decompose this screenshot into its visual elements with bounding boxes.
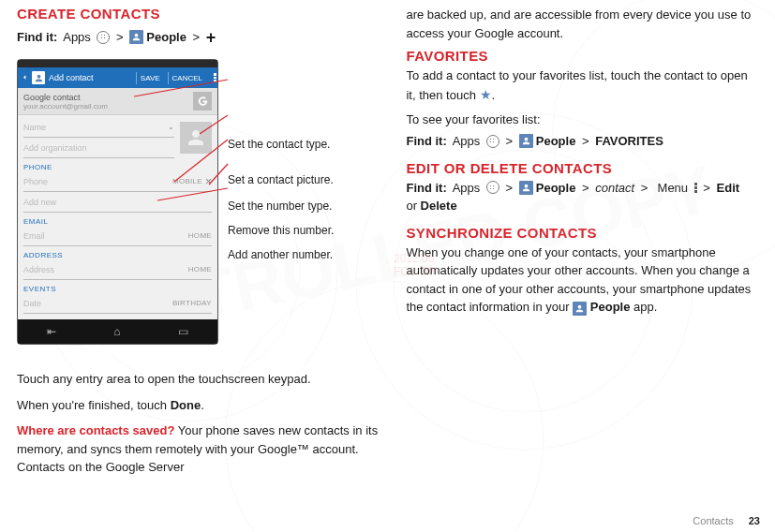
edit-delete-heading: EDIT OR DELETE CONTACTS	[406, 160, 760, 176]
phone-mockup: Add contact SAVE CANCEL Google contact y…	[17, 59, 218, 345]
apps-icon	[486, 135, 499, 148]
email-input[interactable]: EmailHOME	[23, 226, 212, 246]
sync-body: When you change one of your contacts, yo…	[406, 244, 760, 317]
favorites-p1: To add a contact to your favorites list,…	[406, 66, 760, 105]
phone-navbar: ⇤ ⌂ ▭	[18, 319, 217, 344]
favorites-heading: FAVORITES	[406, 48, 760, 64]
address-input[interactable]: AddressHOME	[23, 259, 212, 280]
plus-icon: +	[206, 25, 216, 51]
titlebar-avatar-icon	[32, 71, 45, 84]
nav-home-icon[interactable]: ⌂	[113, 325, 120, 338]
cancel-button[interactable]: CANCEL	[168, 72, 206, 84]
find-it-label: Find it:	[17, 28, 57, 47]
date-input[interactable]: DateBIRTHDAY	[23, 293, 212, 314]
callout-1: Set the contact type.	[228, 138, 330, 151]
address-section-label: ADDRESS	[23, 246, 212, 259]
callout-2: Set a contact picture.	[228, 173, 334, 186]
find-it-edit: Find it: Apps > People > contact > Menu …	[406, 179, 760, 198]
email-type-selector[interactable]: HOME	[188, 231, 212, 240]
contact-type-row[interactable]: Google contact your.account@gmail.com	[18, 88, 217, 115]
phone-statusbar	[18, 60, 217, 67]
date-type-selector[interactable]: BIRTHDAY	[172, 299, 212, 307]
people-icon	[129, 30, 143, 44]
callout-5: Add another number.	[228, 248, 333, 261]
favorites-p2: To see your favorites list:	[406, 111, 760, 129]
nav-back-icon[interactable]: ⇤	[47, 325, 56, 338]
google-g-icon	[193, 92, 212, 111]
overflow-menu-icon[interactable]	[210, 72, 214, 83]
people-label: People	[146, 28, 186, 47]
footer-page-number: 23	[749, 515, 760, 526]
back-icon[interactable]	[22, 73, 28, 82]
email-section-label: EMAIL	[23, 213, 212, 226]
people-icon	[519, 134, 533, 148]
backup-continuation: are backed up, and are accessible from e…	[406, 6, 760, 42]
footer-section: Contacts	[693, 515, 733, 526]
people-icon	[519, 181, 533, 195]
nav-recent-icon[interactable]: ▭	[178, 325, 188, 338]
create-contacts-heading: CREATE CONTACTS	[17, 6, 387, 22]
apps-icon	[486, 181, 499, 194]
apps-icon	[97, 31, 110, 44]
sync-heading: SYNCHRONIZE CONTACTS	[406, 225, 760, 241]
chevron-down-icon[interactable]: ⌄	[168, 123, 174, 131]
callout-4: Remove this number.	[228, 224, 334, 237]
phone-title: Add contact	[49, 73, 132, 82]
contact-type-sub: your.account@gmail.com	[23, 102, 193, 111]
phone-input[interactable]: PhoneMOBILE×	[23, 171, 212, 192]
person-placeholder-icon	[185, 126, 207, 149]
edit-or-delete-end: or Delete	[406, 197, 760, 215]
events-section-label: EVENTS	[23, 280, 212, 293]
addr-type-selector[interactable]: HOME	[188, 265, 212, 273]
phone-titlebar: Add contact SAVE CANCEL	[18, 67, 217, 88]
people-icon	[573, 302, 587, 316]
org-input[interactable]: Add organization	[23, 138, 174, 158]
star-icon: ★	[480, 87, 492, 102]
add-new-phone[interactable]: Add new	[23, 192, 212, 213]
phone-type-selector[interactable]: MOBILE	[172, 177, 202, 185]
body-touch-entry: Touch any entry area to open the touchsc…	[17, 370, 387, 389]
body-done: When you're finished, touch Done.	[17, 396, 387, 415]
callout-3: Set the number type.	[228, 200, 332, 213]
contact-picture-placeholder[interactable]	[180, 122, 212, 154]
remove-phone-icon[interactable]: ×	[202, 175, 212, 188]
phone-section-label: PHONE	[23, 158, 212, 171]
name-input[interactable]: Name⌄	[23, 117, 174, 138]
find-it-create: Find it: Apps > People > +	[17, 24, 387, 50]
contact-type-label: Google contact	[23, 93, 81, 102]
save-button[interactable]: SAVE	[136, 72, 164, 84]
find-it-favorites: Find it: Apps > People > FAVORITES	[406, 132, 760, 151]
body-where-saved: Where are contacts saved? Your phone sav…	[17, 421, 387, 477]
menu-vertical-icon	[694, 181, 697, 194]
page-footer: Contacts 23	[693, 515, 760, 526]
